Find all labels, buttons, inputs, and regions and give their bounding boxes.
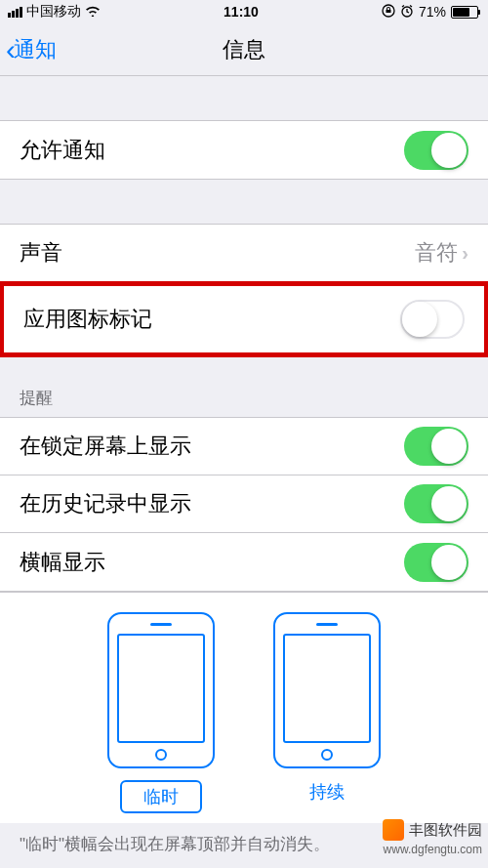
chevron-right-icon: › [462,242,468,265]
sound-cell[interactable]: 声音 音符 › [0,225,488,282]
status-left: 中国移动 [8,3,101,21]
history-label: 在历史记录中显示 [20,489,191,518]
watermark-url: www.dgfengtu.com [384,843,482,856]
back-label: 通知 [14,35,57,64]
persistent-option[interactable]: 持续 [273,612,381,813]
alerts-section: 在锁定屏幕上显示 在历史记录中显示 横幅显示 [0,417,488,592]
badge-cell[interactable]: 应用图标标记 [4,286,484,352]
lock-screen-cell[interactable]: 在锁定屏幕上显示 [0,418,488,475]
nav-bar: ‹ 通知 信息 [0,23,488,76]
battery-percent: 71% [419,4,446,20]
allow-notifications-cell[interactable]: 允许通知 [0,121,488,179]
status-bar: 中国移动 11:10 71% [0,0,488,23]
content: 允许通知 声音 音符 › 应用图标标记 提醒 在锁定屏幕上显示 在历史记录中显示 [0,76,488,865]
sound-badge-section: 声音 音符 › 应用图标标记 [0,224,488,357]
allow-section: 允许通知 [0,120,488,180]
history-cell[interactable]: 在历史记录中显示 [0,475,488,533]
back-button[interactable]: ‹ 通知 [6,35,57,64]
watermark-logo-icon [383,819,404,841]
phone-icon [273,612,381,768]
time-label: 11:10 [224,4,259,20]
temporary-option[interactable]: 临时 [107,612,215,813]
battery-icon [451,6,480,19]
phone-icon [107,612,215,768]
carrier-label: 中国移动 [26,3,81,21]
watermark: 丰图软件园 [383,819,482,841]
highlight-box: 应用图标标记 [0,281,488,357]
history-switch[interactable] [404,484,468,523]
lock-screen-switch[interactable] [404,427,468,466]
alerts-header: 提醒 [0,357,488,417]
signal-icon [8,7,22,18]
badge-label: 应用图标标记 [23,305,152,334]
persistent-label: 持续 [309,780,345,804]
lock-screen-label: 在锁定屏幕上显示 [20,432,191,461]
banners-switch[interactable] [404,543,468,582]
banner-style-section: 临时 持续 [0,592,488,823]
sound-value: 音符 › [415,238,468,268]
allow-notifications-switch[interactable] [404,131,468,170]
alarm-icon [400,4,414,21]
allow-notifications-label: 允许通知 [20,136,105,165]
page-title: 信息 [223,35,265,64]
banners-cell[interactable]: 横幅显示 [0,533,488,591]
sound-label: 声音 [20,238,62,268]
watermark-name: 丰图软件园 [409,821,482,840]
status-right: 71% [382,4,480,21]
wifi-icon [85,4,101,20]
badge-switch[interactable] [400,300,465,339]
orientation-lock-icon [382,4,395,21]
banners-label: 横幅显示 [20,548,105,577]
temporary-label: 临时 [120,780,202,813]
